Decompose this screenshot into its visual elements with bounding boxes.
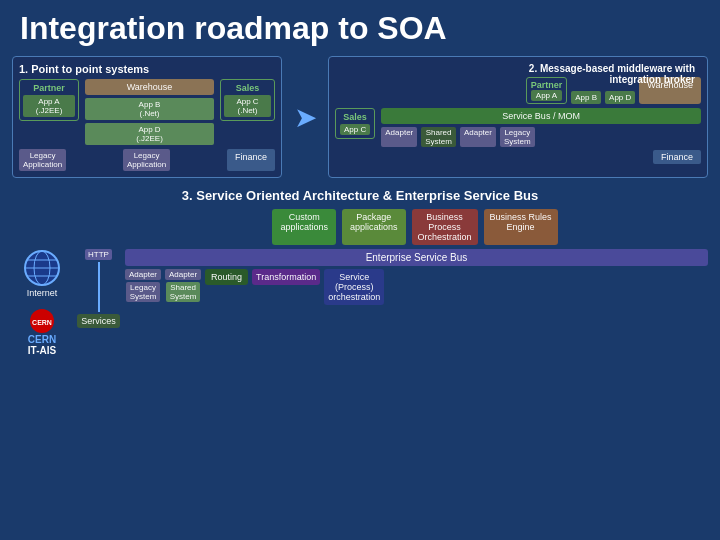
panel2-finance: Finance [653, 150, 701, 164]
services-label: Services [77, 314, 120, 328]
panel1-middle: Warehouse App B (.Net) App D (.J2EE) [85, 79, 214, 145]
soa-label: 3. Service Oriented Architecture & Enter… [12, 188, 708, 203]
internet-area: Internet CERN CERN IT-AIS [12, 249, 72, 356]
section-arrow: ➤ [290, 56, 320, 178]
panel1-bottom-row: Legacy Application Legacy Application Fi… [19, 149, 275, 171]
panel2-main-content: Sales App C Service Bus / MOM Adapter Sh… [335, 108, 701, 164]
panel1-warehouse: Warehouse [85, 79, 214, 95]
service-orchestration-box: Service (Process) orchestration [324, 269, 384, 305]
panel2-adapter2: Adapter [460, 127, 496, 147]
panel1-app-c: App C (.Net) [224, 95, 271, 117]
panel2-shared-system: Shared System [421, 127, 456, 147]
panel2-section: 2. Message-based middleware with integra… [328, 56, 708, 178]
panel2-service-bus: Service Bus / MOM [381, 108, 701, 124]
panel2-sales-label: Sales [340, 112, 370, 122]
panel1-sales-box: Sales App C (.Net) [220, 79, 275, 121]
panel1-legacy-center: Legacy Application [72, 149, 221, 171]
bpo-box: Business Process Orchestration [412, 209, 478, 245]
panel2-adapter-row: Adapter Shared System Adapter Legacy Sys… [381, 127, 701, 147]
transformation-box: Transformation [252, 269, 320, 285]
panel1-label: 1. Point to point systems [19, 63, 275, 75]
soa-main-row: Internet CERN CERN IT-AIS HTTP Services … [12, 249, 708, 356]
cern-logo-icon: CERN [29, 308, 55, 334]
cern-area: CERN [29, 308, 55, 334]
shared-system-label: Shared System [166, 282, 201, 302]
panel2-right-area: Service Bus / MOM Adapter Shared System … [381, 108, 701, 164]
svg-text:CERN: CERN [32, 319, 52, 326]
soa-top-boxes: Custom applications Package applications… [122, 209, 708, 245]
cern-text-area: CERN IT-AIS [28, 334, 56, 356]
panel2-app-a: App A [531, 90, 563, 101]
panel1-app-b: App B (.Net) [85, 98, 214, 120]
http-line [98, 262, 100, 312]
panel2-sales-box: Sales App C [335, 108, 375, 139]
panel1-legacy-app1: Legacy Application [19, 149, 66, 171]
panel1-section: 1. Point to point systems Partner App A … [12, 56, 282, 178]
panel1-app-d: App D (.J2EE) [85, 123, 214, 145]
routing-box: Routing [205, 269, 248, 285]
adapter2-label: Adapter [165, 269, 201, 280]
panel2-legacy-system: Legacy System [500, 127, 535, 147]
panel2-adapter1: Adapter [381, 127, 417, 147]
http-services-area: HTTP Services [76, 249, 121, 328]
panel2-section-label: 2. Message-based middleware with integra… [495, 63, 695, 85]
esb-area: Enterprise Service Bus Adapter Legacy Sy… [125, 249, 708, 305]
panel1-sales-label: Sales [224, 83, 271, 93]
panel2-app-b-top: App B [571, 91, 601, 104]
panel1-partner-label: Partner [23, 83, 75, 93]
legacy-system-label: Legacy System [126, 282, 161, 302]
globe-icon [23, 249, 61, 287]
http-label: HTTP [85, 249, 112, 260]
panel1-legacy-app2: Legacy Application [123, 149, 170, 171]
panel1-partner-box: Partner App A (.J2EE) [19, 79, 79, 121]
panel2-shared-system-area: Shared System [421, 127, 456, 147]
package-applications-box: Package applications [342, 209, 406, 245]
panel2-app-d-top: App D [605, 91, 635, 104]
page-title: Integration roadmap to SOA [0, 0, 720, 52]
custom-applications-box: Custom applications [272, 209, 336, 245]
internet-label: Internet [27, 288, 58, 298]
adapter1-label: Adapter [125, 269, 161, 280]
panel1-finance: Finance [227, 149, 275, 171]
panel2-app-c: App C [340, 124, 370, 135]
adapter2-area: Adapter Shared System [165, 269, 201, 302]
esb-bottom-row: Adapter Legacy System Adapter Shared Sys… [125, 269, 708, 305]
esb-bar: Enterprise Service Bus [125, 249, 708, 266]
cern-label: CERN [28, 334, 56, 345]
adapter1-area: Adapter Legacy System [125, 269, 161, 302]
bre-box: Business Rules Engine [484, 209, 558, 245]
panel1-app-a: App A (.J2EE) [23, 95, 75, 117]
soa-section: 3. Service Oriented Architecture & Enter… [0, 184, 720, 360]
it-ais-label: IT-AIS [28, 345, 56, 356]
